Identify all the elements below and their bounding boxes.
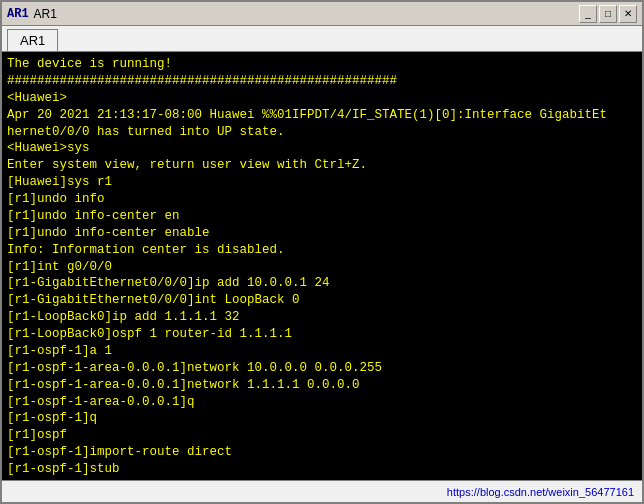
- terminal-output: The device is running! #################…: [7, 56, 637, 480]
- window-title: AR1: [34, 7, 57, 21]
- title-bar: AR1 AR1 _ □ ✕: [2, 2, 642, 26]
- window-icon: AR1: [7, 7, 29, 21]
- main-window: AR1 AR1 _ □ ✕ AR1 The device is running!…: [0, 0, 644, 504]
- status-link[interactable]: https://blog.csdn.net/weixin_56477161: [447, 486, 634, 498]
- tab-ar1[interactable]: AR1: [7, 29, 58, 51]
- tabs-bar: AR1: [2, 26, 642, 52]
- terminal-area[interactable]: The device is running! #################…: [2, 52, 642, 480]
- title-bar-buttons: _ □ ✕: [579, 5, 637, 23]
- status-bar: https://blog.csdn.net/weixin_56477161: [2, 480, 642, 502]
- title-bar-left: AR1 AR1: [7, 7, 57, 21]
- minimize-button[interactable]: _: [579, 5, 597, 23]
- maximize-button[interactable]: □: [599, 5, 617, 23]
- close-button[interactable]: ✕: [619, 5, 637, 23]
